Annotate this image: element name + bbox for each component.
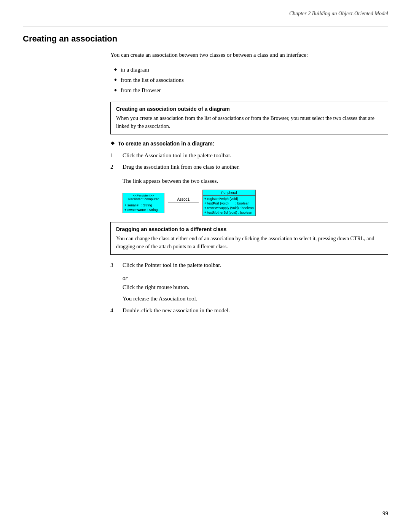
step-num: 4 bbox=[110, 306, 116, 315]
assoc-label: Assoc1 bbox=[177, 197, 190, 201]
bullet-text: from the Browser bbox=[121, 85, 161, 96]
or-text: or bbox=[123, 275, 388, 281]
note-box-text: You can change the class at either end o… bbox=[116, 235, 382, 251]
class-name: Peripheral bbox=[204, 191, 254, 195]
numbered-steps-3: 4 Double-click the new association in th… bbox=[110, 306, 388, 315]
step-text: Drag the association link from one class… bbox=[123, 163, 388, 171]
uml-class-body: + serial # : String + ownerName : String bbox=[123, 202, 164, 213]
uml-class-peripheral: Peripheral + registerPeriph (void) + tes… bbox=[202, 190, 256, 216]
step-text: Double-click the new association in the … bbox=[123, 306, 388, 315]
note-box-outside-diagram: Creating an association outside of a dia… bbox=[110, 102, 388, 134]
attr-1: + registerPeriph (void) bbox=[204, 197, 254, 201]
step-1: 1 Click the Association tool in the pale… bbox=[110, 151, 388, 160]
note-box-title: Dragging an association to a different c… bbox=[116, 226, 382, 232]
page-header: Chapter 2 Building an Object-Oriented Mo… bbox=[289, 11, 388, 17]
attr-1: + serial # : String bbox=[124, 203, 162, 208]
step-3: 3 Click the Pointer tool in the palette … bbox=[110, 261, 388, 270]
uml-line: Assoc1 bbox=[168, 203, 199, 203]
page-number: 99 bbox=[382, 510, 388, 517]
numbered-steps-2: 3 Click the Pointer tool in the palette … bbox=[110, 261, 388, 270]
stereotype: <<Persistent>> bbox=[124, 194, 162, 197]
attr-2: + testPort (void) : boolean bbox=[204, 201, 254, 206]
step-num: 1 bbox=[110, 151, 116, 160]
bullet-text: in a diagram bbox=[121, 65, 149, 75]
step-text: Click the Association tool in the palett… bbox=[123, 151, 388, 160]
page-content: Creating an association You can create a… bbox=[23, 27, 388, 320]
step-num: 2 bbox=[110, 163, 116, 171]
attr-2: + ownerName : String bbox=[124, 208, 162, 212]
list-item: from the list of associations bbox=[114, 75, 388, 85]
bullet-text: from the list of associations bbox=[121, 75, 184, 85]
result-text: The link appears between the two classes… bbox=[123, 177, 388, 185]
class-name: Persistent computer bbox=[124, 197, 162, 201]
uml-class-header: Peripheral bbox=[203, 190, 255, 196]
step-result: You release the Association tool. bbox=[123, 294, 388, 303]
intro-text: You can create an association between tw… bbox=[110, 51, 388, 59]
main-body: You can create an association between tw… bbox=[110, 51, 388, 315]
uml-class-header: <<Persistent>> Persistent computer bbox=[123, 193, 164, 202]
note-box-text: When you create an association from the … bbox=[116, 114, 382, 130]
step-followup: Click the right mouse button. bbox=[123, 283, 388, 292]
uml-class-body: + registerPeriph (void) + testPort (void… bbox=[203, 196, 255, 216]
list-item: in a diagram bbox=[114, 65, 388, 75]
attr-3: + testPwrSupply (void) : boolean bbox=[204, 206, 254, 210]
uml-diagram-container: <<Persistent>> Persistent computer + ser… bbox=[123, 190, 388, 216]
uml-class-persistent: <<Persistent>> Persistent computer + ser… bbox=[123, 193, 164, 213]
attr-4: + testMotherBd (void) : boolean bbox=[204, 210, 254, 215]
numbered-steps: 1 Click the Association tool in the pale… bbox=[110, 151, 388, 171]
step-text: Click the Pointer tool in the palette to… bbox=[123, 261, 388, 270]
header-text: Chapter 2 Building an Object-Oriented Mo… bbox=[289, 11, 388, 16]
step-num: 3 bbox=[110, 261, 116, 270]
bullet-list: in a diagram from the list of associatio… bbox=[110, 65, 388, 96]
uml-connector: Assoc1 bbox=[164, 203, 202, 203]
step-2: 2 Drag the association link from one cla… bbox=[110, 163, 388, 171]
section-title: Creating an association bbox=[23, 34, 388, 44]
chapter-divider bbox=[23, 27, 388, 27]
note-box-title: Creating an association outside of a dia… bbox=[116, 106, 382, 112]
list-item: from the Browser bbox=[114, 85, 388, 96]
uml-diagram: <<Persistent>> Persistent computer + ser… bbox=[123, 190, 256, 216]
step-4: 4 Double-click the new association in th… bbox=[110, 306, 388, 315]
note-box-dragging: Dragging an association to a different c… bbox=[110, 222, 388, 255]
procedure-heading: To create an association in a diagram: bbox=[110, 141, 388, 147]
